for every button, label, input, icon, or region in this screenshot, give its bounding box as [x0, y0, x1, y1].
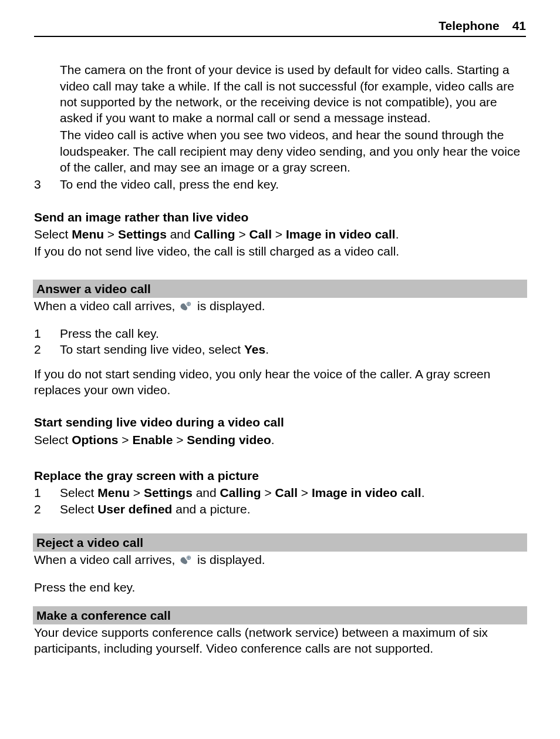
text: .: [265, 342, 269, 356]
send-image-heading: Send an image rather than live video: [34, 209, 526, 225]
chevron-right-icon: [272, 227, 286, 241]
options-label: Options: [72, 433, 118, 446]
text: When a video call arrives,: [34, 299, 178, 313]
step-number: 2: [34, 341, 60, 357]
reject-arrives-line: When a video call arrives, is displayed.: [34, 552, 526, 570]
text: Select: [60, 486, 97, 499]
chevron-right-icon: [119, 433, 133, 446]
chevron-right-icon: [261, 486, 275, 499]
text: is displayed.: [194, 553, 265, 566]
replace-step-1: 1 Select MenuSettings and CallingCallIma…: [34, 485, 526, 500]
header-page: 41: [512, 19, 526, 32]
text: and a picture.: [172, 502, 250, 516]
step-text: To start sending live video, select Yes.: [60, 341, 526, 357]
answer-step-1: 1 Press the call key.: [34, 325, 526, 341]
step-number: 1: [34, 325, 60, 341]
step-text: Press the call key.: [60, 325, 526, 341]
text: Select: [34, 227, 72, 241]
step-number: 1: [34, 485, 60, 500]
image-in-video-call-label: Image in video call: [286, 227, 396, 241]
conference-body: Your device supports conference calls (n…: [34, 624, 526, 657]
chevron-right-icon: [173, 433, 187, 446]
image-in-video-call-label: Image in video call: [312, 486, 421, 499]
answer-no-start-note: If you do not start sending video, you o…: [34, 366, 526, 398]
replace-gray-heading: Replace the gray screen with a picture: [34, 468, 526, 483]
step-text: Select User defined and a picture.: [60, 501, 526, 517]
chevron-right-icon: [104, 227, 118, 241]
text: and: [167, 227, 194, 241]
settings-label: Settings: [118, 227, 167, 241]
text: .: [271, 433, 275, 446]
video-call-icon: [180, 554, 193, 570]
sending-video-label: Sending video: [187, 433, 271, 446]
chevron-right-icon: [298, 486, 312, 499]
text: and: [193, 486, 220, 499]
step-3-row: 3 To end the video call, press the end k…: [34, 176, 526, 192]
menu-label: Menu: [97, 486, 130, 499]
text: .: [396, 227, 399, 241]
intro-paragraph-1: The camera on the front of your device i…: [60, 62, 526, 126]
text: Select: [60, 502, 97, 516]
header-section: Telephone: [438, 19, 499, 32]
call-label: Call: [249, 227, 272, 241]
call-label: Call: [275, 486, 298, 499]
send-image-note: If you do not send live video, the call …: [34, 243, 526, 259]
replace-step-2: 2 Select User defined and a picture.: [34, 501, 526, 517]
text: .: [421, 486, 425, 499]
menu-label: Menu: [72, 227, 104, 241]
chevron-right-icon: [235, 227, 249, 241]
user-defined-label: User defined: [97, 502, 172, 516]
reject-press-end: Press the end key.: [34, 579, 526, 595]
step-3-text: To end the video call, press the end key…: [60, 176, 526, 192]
text: Select: [34, 433, 72, 446]
text: is displayed.: [194, 299, 265, 313]
settings-label: Settings: [144, 486, 193, 499]
answer-video-call-heading: Answer a video call: [33, 280, 527, 298]
video-call-icon: [180, 300, 193, 316]
answer-arrives-line: When a video call arrives, is displayed.: [34, 298, 526, 316]
send-image-path: Select MenuSettings and CallingCallImage…: [34, 226, 526, 242]
step-3-number: 3: [34, 176, 60, 192]
step-text: Select MenuSettings and CallingCallImage…: [60, 485, 526, 500]
text: To start sending live video, select: [60, 342, 244, 356]
running-header: Telephone41: [34, 18, 526, 37]
step-number: 2: [34, 501, 60, 517]
enable-label: Enable: [132, 433, 173, 446]
calling-label: Calling: [220, 486, 261, 499]
reject-video-call-heading: Reject a video call: [33, 533, 527, 552]
text: When a video call arrives,: [34, 553, 178, 566]
intro-paragraph-2: The video call is active when you see tw…: [60, 127, 526, 175]
chevron-right-icon: [130, 486, 144, 499]
answer-step-2: 2 To start sending live video, select Ye…: [34, 341, 526, 357]
yes-label: Yes: [244, 342, 265, 356]
conference-call-heading: Make a conference call: [33, 606, 527, 624]
start-sending-heading: Start sending live video during a video …: [34, 414, 526, 430]
calling-label: Calling: [194, 227, 235, 241]
start-sending-path: Select OptionsEnableSending video.: [34, 432, 526, 448]
